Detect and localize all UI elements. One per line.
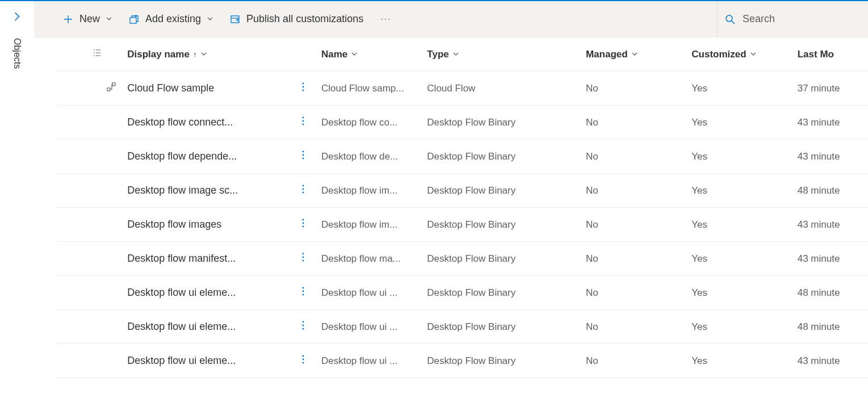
svg-point-28 xyxy=(303,328,304,330)
table-row[interactable]: Cloud Flow sampleCloud Flow samp...Cloud… xyxy=(57,72,868,106)
row-modified: 43 minute xyxy=(798,253,840,264)
svg-point-18 xyxy=(303,223,304,224)
column-header-managed[interactable]: Managed xyxy=(586,49,638,60)
row-display-name[interactable]: Desktop flow images xyxy=(127,219,221,230)
row-display-name[interactable]: Cloud Flow sample xyxy=(127,82,214,94)
row-more-button[interactable] xyxy=(299,356,307,367)
svg-point-12 xyxy=(303,154,304,156)
row-name: Desktop flow ui ... xyxy=(321,287,397,298)
search-input[interactable] xyxy=(743,13,852,25)
row-modified: 48 minute xyxy=(798,321,840,332)
command-bar: New Add existing xyxy=(34,1,868,37)
row-display-name[interactable]: Desktop flow depende... xyxy=(127,150,237,162)
row-type: Cloud Flow xyxy=(427,83,475,94)
row-type: Desktop Flow Binary xyxy=(427,219,515,230)
row-modified: 37 minute xyxy=(798,83,840,94)
chevron-down-icon xyxy=(351,49,358,60)
add-existing-button[interactable]: Add existing xyxy=(123,9,219,30)
table-row[interactable]: Desktop flow image sc...Desktop flow im.… xyxy=(57,174,868,208)
row-customized: Yes xyxy=(691,83,707,94)
row-modified: 43 minute xyxy=(798,117,840,128)
row-name: Desktop flow de... xyxy=(321,151,398,162)
row-customized: Yes xyxy=(691,355,707,366)
table-row[interactable]: Desktop flow ui eleme...Desktop flow ui … xyxy=(57,310,868,344)
chevron-down-icon xyxy=(750,49,757,60)
row-type: Desktop Flow Binary xyxy=(427,151,515,162)
row-name: Desktop flow ma... xyxy=(321,253,401,264)
table-row[interactable]: Desktop flow imagesDesktop flow im...Des… xyxy=(57,208,868,242)
column-header-type[interactable]: Type xyxy=(427,49,459,60)
row-more-button[interactable] xyxy=(299,83,307,94)
row-managed: No xyxy=(586,117,598,128)
row-type: Desktop Flow Binary xyxy=(427,253,515,264)
row-more-button[interactable] xyxy=(299,288,307,299)
row-display-name[interactable]: Desktop flow ui eleme... xyxy=(127,321,236,332)
table-row[interactable]: Desktop flow connect...Desktop flow co..… xyxy=(57,106,868,140)
row-modified: 43 minute xyxy=(798,151,840,162)
rail-label-objects[interactable]: Objects xyxy=(12,38,22,69)
add-existing-label: Add existing xyxy=(145,13,201,25)
search-box[interactable] xyxy=(717,1,859,37)
svg-rect-0 xyxy=(130,18,136,23)
search-icon xyxy=(724,14,736,25)
row-name: Desktop flow ui ... xyxy=(321,355,397,366)
svg-point-30 xyxy=(303,359,304,361)
row-more-button[interactable] xyxy=(299,118,307,128)
row-display-name[interactable]: Desktop flow ui eleme... xyxy=(127,287,236,298)
row-managed: No xyxy=(586,321,598,332)
column-header-name[interactable]: Name xyxy=(321,49,358,60)
svg-point-13 xyxy=(303,158,304,160)
svg-point-21 xyxy=(303,257,304,258)
row-display-name[interactable]: Desktop flow ui eleme... xyxy=(127,355,236,366)
chevron-down-icon xyxy=(106,15,112,24)
row-name: Desktop flow ui ... xyxy=(321,321,397,332)
table-row[interactable]: Desktop flow ui eleme...Desktop flow ui … xyxy=(57,276,868,310)
svg-point-17 xyxy=(303,219,304,221)
svg-point-24 xyxy=(303,291,304,292)
svg-point-26 xyxy=(303,321,304,323)
row-managed: No xyxy=(586,355,598,366)
svg-point-2 xyxy=(726,15,732,22)
svg-point-15 xyxy=(303,188,304,190)
row-customized: Yes xyxy=(691,253,707,264)
svg-point-16 xyxy=(303,192,304,194)
svg-point-14 xyxy=(303,185,304,187)
row-more-button[interactable] xyxy=(299,186,307,196)
svg-rect-3 xyxy=(107,88,110,91)
plus-icon xyxy=(62,14,74,25)
svg-point-27 xyxy=(303,325,304,326)
row-more-button[interactable] xyxy=(299,220,307,231)
row-display-name[interactable]: Desktop flow connect... xyxy=(127,116,233,128)
row-modified: 48 minute xyxy=(798,185,840,196)
more-commands-button[interactable]: ··· xyxy=(374,10,398,29)
flow-icon xyxy=(107,83,116,94)
chevron-down-icon xyxy=(631,49,638,60)
row-more-button[interactable] xyxy=(299,322,307,333)
table-row[interactable]: Desktop flow ui eleme...Desktop flow ui … xyxy=(57,344,868,378)
column-header-last-modified[interactable]: Last Mo xyxy=(798,49,834,60)
svg-point-22 xyxy=(303,260,304,262)
svg-rect-4 xyxy=(112,83,115,86)
row-modified: 43 minute xyxy=(798,355,840,366)
row-managed: No xyxy=(586,253,598,264)
objects-table: Display name ↑ Name xyxy=(57,37,868,378)
column-header-customized[interactable]: Customized xyxy=(691,49,756,60)
row-type: Desktop Flow Binary xyxy=(427,117,515,128)
row-customized: Yes xyxy=(691,321,707,332)
row-modified: 43 minute xyxy=(798,219,840,230)
table-row[interactable]: Desktop flow manifest...Desktop flow ma.… xyxy=(57,242,868,276)
expand-rail-button[interactable] xyxy=(7,7,27,28)
select-all-toggle[interactable] xyxy=(92,37,127,72)
new-button[interactable]: New xyxy=(57,9,118,30)
svg-point-9 xyxy=(303,120,304,122)
row-display-name[interactable]: Desktop flow manifest... xyxy=(127,253,236,264)
row-display-name[interactable]: Desktop flow image sc... xyxy=(127,185,238,196)
publish-button[interactable]: Publish all customizations xyxy=(224,9,369,30)
row-customized: Yes xyxy=(691,287,707,298)
row-more-button[interactable] xyxy=(299,254,307,265)
column-header-display-name[interactable]: Display name ↑ xyxy=(127,49,207,60)
table-row[interactable]: Desktop flow depende...Desktop flow de..… xyxy=(57,140,868,174)
row-more-button[interactable] xyxy=(299,152,307,162)
row-type: Desktop Flow Binary xyxy=(427,185,515,196)
new-label: New xyxy=(79,13,100,25)
